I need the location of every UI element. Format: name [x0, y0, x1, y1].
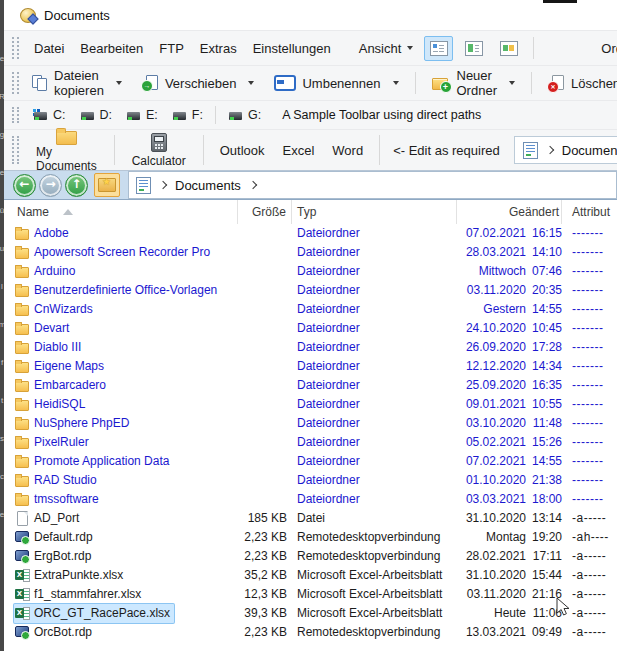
modified-cell: 03.03.2021 18:00 — [457, 490, 562, 509]
selection-highlight: ExtraPunkte.xlsx — [14, 566, 127, 585]
attributes-cell: ------- — [562, 243, 617, 262]
view-split-button[interactable] — [459, 36, 488, 61]
modified-date: 31.10.2020 — [457, 566, 526, 585]
table-row[interactable]: Default.rdp 2,23 KB Remotedesktopverbind… — [4, 528, 617, 547]
table-row[interactable]: AD_Port 185 KB Datei 31.10.2020 13:14 -a… — [4, 509, 617, 528]
file-name: Benutzerdefinierte Office-Vorlagen — [34, 281, 217, 300]
table-row[interactable]: f1_stammfahrer.xlsx 12,3 KB Microsoft Ex… — [4, 585, 617, 604]
selection-highlight: tmssoftware — [14, 490, 103, 509]
name-cell: tmssoftware — [12, 490, 238, 509]
toolbar-grip-handle[interactable] — [12, 136, 19, 164]
menu-bar: Datei Bearbeiten FTP Extras Einstellunge… — [4, 30, 617, 65]
outlook-button[interactable]: Outlook — [211, 143, 274, 158]
table-row[interactable]: CnWizards Dateiordner Gestern 14:55 ----… — [4, 300, 617, 319]
breadcrumb-label[interactable]: Documents — [562, 143, 617, 158]
selection-highlight: OrcBot.rdp — [14, 623, 96, 642]
word-button[interactable]: Word — [323, 143, 372, 158]
column-header-type[interactable]: Typ — [292, 200, 457, 224]
copy-files-button[interactable]: Dateien kopieren — [26, 68, 128, 98]
modified-date: 07.02.2021 — [457, 224, 526, 243]
attributes-cell: ------- — [562, 414, 617, 433]
selection-highlight: Diablo III — [14, 338, 85, 357]
separator — [203, 135, 204, 165]
toolbar-grip-handle[interactable] — [12, 107, 19, 123]
table-row[interactable]: OrcBot.rdp 2,23 KB Remotedesktopverbindu… — [4, 623, 617, 642]
menu-extras[interactable]: Extras — [192, 41, 245, 56]
table-row[interactable]: ORC_GT_RacePace.xlsx 39,3 KB Microsoft E… — [4, 604, 617, 623]
file-name: CnWizards — [34, 300, 93, 319]
title-bar: Documents — [4, 0, 617, 30]
modified-cell: Gestern 14:55 — [457, 300, 562, 319]
menu-ftp[interactable]: FTP — [151, 41, 192, 56]
view-details-button[interactable] — [424, 36, 453, 61]
selection-highlight: Embarcadero — [14, 376, 110, 395]
table-row[interactable]: tmssoftware Dateiordner 03.03.2021 18:00… — [4, 490, 617, 509]
table-row[interactable]: Promote Application Data Dateiordner 07.… — [4, 452, 617, 471]
table-row[interactable]: Devart Dateiordner 24.10.2020 10:45 ----… — [4, 319, 617, 338]
address-breadcrumb[interactable]: Documents — [128, 171, 617, 199]
up-button[interactable]: ↑ — [65, 174, 88, 197]
rename-button[interactable]: Umbenennen — [268, 75, 404, 91]
table-row[interactable]: ExtraPunkte.xlsx 35,2 KB Microsoft Excel… — [4, 566, 617, 585]
menu-ansicht[interactable]: Ansicht — [351, 41, 422, 56]
modified-time: 15:26 — [526, 433, 562, 452]
type-cell: Dateiordner — [292, 395, 457, 414]
toolbar-breadcrumb[interactable]: Documents — [514, 136, 617, 164]
drive-button[interactable]: D: — [73, 108, 120, 122]
table-row[interactable]: HeidiSQL Dateiordner 09.01.2021 10:55 --… — [4, 395, 617, 414]
attributes-cell: ------- — [562, 281, 617, 300]
toolbar-grip-handle[interactable] — [12, 72, 19, 94]
move-button[interactable]: Verschieben — [136, 75, 261, 92]
column-header-attr[interactable]: Attribut — [562, 200, 617, 224]
forward-button[interactable]: → — [39, 174, 62, 197]
menu-datei[interactable]: Datei — [26, 41, 72, 56]
drive-button[interactable]: C: — [26, 108, 73, 122]
table-row[interactable]: Embarcadero Dateiordner 25.09.2020 16:35… — [4, 376, 617, 395]
menu-ordner[interactable]: Ordner — [593, 41, 617, 56]
table-row[interactable]: RAD Studio Dateiordner 01.10.2020 21:38 … — [4, 471, 617, 490]
drive-button[interactable]: F: — [165, 108, 210, 122]
menu-einstellungen[interactable]: Einstellungen — [245, 41, 339, 56]
new-folder-button[interactable]: Neuer Ordner — [426, 68, 521, 98]
favorites-button[interactable] — [94, 173, 120, 197]
excel-button[interactable]: Excel — [274, 143, 324, 158]
calculator-button[interactable]: Calculator — [122, 133, 196, 168]
table-row[interactable]: Apowersoft Screen Recorder Pro Dateiordn… — [4, 243, 617, 262]
file-type-icon — [15, 416, 30, 431]
menu-bearbeiten[interactable]: Bearbeiten — [72, 41, 151, 56]
toolbar-grip-handle[interactable] — [12, 37, 19, 59]
modified-date: Heute — [457, 604, 526, 623]
breadcrumb-label[interactable]: Documents — [175, 178, 241, 193]
view-tiles-button[interactable] — [494, 36, 523, 61]
table-row[interactable]: ErgBot.rdp 2,23 KB Remotedesktopverbindu… — [4, 547, 617, 566]
selection-highlight: Arduino — [14, 262, 79, 281]
column-header-name[interactable]: Name — [12, 200, 238, 224]
type-cell: Dateiordner — [292, 262, 457, 281]
file-name: OrcBot.rdp — [34, 623, 92, 642]
table-row[interactable]: Benutzerdefinierte Office-Vorlagen Datei… — [4, 281, 617, 300]
table-row[interactable]: Eigene Maps Dateiordner 12.12.2020 14:34… — [4, 357, 617, 376]
type-cell: Microsoft Excel-Arbeitsblatt — [292, 566, 457, 585]
back-button[interactable]: ← — [13, 174, 36, 197]
modified-cell: Heute 11:06 — [457, 604, 562, 623]
modified-date: 03.11.2020 — [457, 585, 526, 604]
table-row[interactable]: NuSphere PhpED Dateiordner 03.10.2020 11… — [4, 414, 617, 433]
modified-date: 12.12.2020 — [457, 357, 526, 376]
background-text-fragment: R — [0, 93, 4, 101]
table-row[interactable]: PixelRuler Dateiordner 05.02.2021 15:26 … — [4, 433, 617, 452]
selection-highlight: NuSphere PhpED — [14, 414, 133, 433]
column-header-modified[interactable]: Geändert — [457, 200, 562, 224]
name-cell: AD_Port — [12, 509, 238, 528]
file-type-icon — [15, 359, 30, 374]
column-header-size[interactable]: Größe — [238, 200, 292, 224]
modified-cell: 03.10.2020 11:48 — [457, 414, 562, 433]
table-row[interactable]: Arduino Dateiordner Mittwoch 07:46 -----… — [4, 262, 617, 281]
drive-button-g[interactable]: G: — [221, 108, 268, 122]
table-row[interactable]: Adobe Dateiordner 07.02.2021 16:15 -----… — [4, 224, 617, 243]
delete-button[interactable]: Löschen — [542, 75, 617, 92]
my-documents-button[interactable]: My Documents — [26, 128, 107, 173]
table-row[interactable]: Diablo III Dateiordner 26.09.2020 17:28 … — [4, 338, 617, 357]
drive-button[interactable]: E: — [119, 108, 165, 122]
column-size-label: Größe — [252, 205, 286, 219]
sort-ascending-icon — [63, 209, 73, 215]
